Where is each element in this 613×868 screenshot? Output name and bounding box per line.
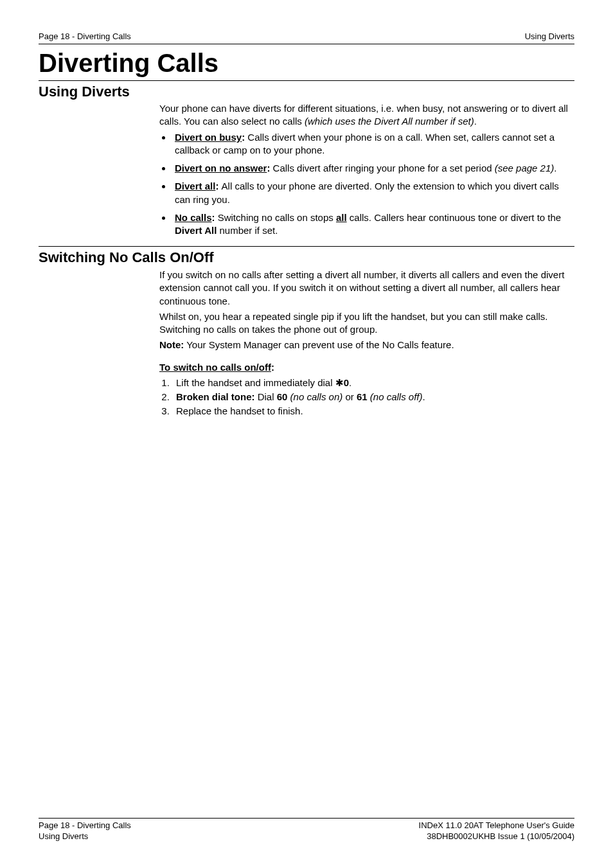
page-container: Page 18 - Diverting Calls Using Diverts … <box>0 0 613 868</box>
step-1: Lift the handset and immediately dial ✱0… <box>172 376 574 389</box>
step2-em1: (no calls on) <box>287 391 342 402</box>
step3-text: Replace the handset to finish. <box>176 405 303 416</box>
bullet-text-pre: Calls divert after ringing your phone fo… <box>273 163 495 173</box>
bullet-head: Divert all <box>175 181 215 191</box>
page-footer: Page 18 - Diverting Calls Using Diverts … <box>39 818 574 842</box>
section1-bullets: Divert on busy: Calls divert when your p… <box>172 131 574 238</box>
section1-intro: Your phone can have diverts for differen… <box>159 102 574 128</box>
bullet-divert-all: Divert all: All calls to your phone are … <box>172 180 574 206</box>
header-left: Page 18 - Diverting Calls <box>39 31 131 42</box>
step1-post: . <box>349 377 351 388</box>
star-icon: ✱ <box>335 377 344 388</box>
bullet-colon: : <box>267 163 272 173</box>
step1-b: 0 <box>344 377 349 388</box>
bullet-head: No calls <box>175 212 212 223</box>
step-3: Replace the handset to finish. <box>172 405 574 418</box>
footer-right: INDeX 11.0 20AT Telephone User's Guide 3… <box>419 820 574 842</box>
section1-intro-tail: . <box>474 116 477 127</box>
bullet-all-word: all <box>336 212 347 223</box>
section2-wrap: Switching No Calls On/Off If you switch … <box>39 246 574 418</box>
footer-left: Page 18 - Diverting Calls Using Diverts <box>39 820 131 842</box>
bullet-divert-on-busy: Divert on busy: Calls divert when your p… <box>172 131 574 157</box>
bullet-colon: : <box>242 132 247 143</box>
bullet-text-post: number if set. <box>217 225 278 236</box>
note-label: Note: <box>159 339 184 350</box>
note-text: Your System Manager can prevent use of t… <box>184 339 454 350</box>
bullet-head: Divert on no answer <box>175 163 267 173</box>
bullet-text-pre: Switching no calls on stops <box>218 212 336 223</box>
step2-post: . <box>423 391 425 402</box>
bullet-no-calls: No calls: Switching no calls on stops al… <box>172 211 574 238</box>
footer-left-line2: Using Diverts <box>39 831 131 842</box>
section1-intro-em: (which uses the Divert All number if set… <box>305 116 474 127</box>
section2-note: Note: Your System Manager can prevent us… <box>159 339 574 351</box>
step2-mid2: or <box>342 391 357 402</box>
footer-right-line1: INDeX 11.0 20AT Telephone User's Guide <box>419 820 574 831</box>
page-title: Diverting Calls <box>39 46 574 81</box>
step2-em2: (no calls off) <box>368 391 423 402</box>
bullet-colon: : <box>215 181 221 191</box>
section2-para1: If you switch on no calls after setting … <box>159 269 574 308</box>
bullet-text: All calls to your phone are diverted. On… <box>175 181 559 204</box>
section1-body: Your phone can have diverts for differen… <box>159 102 574 237</box>
procedure-heading-text: To switch no calls on/off <box>159 362 271 373</box>
footer-left-line1: Page 18 - Diverting Calls <box>39 820 131 831</box>
section2-para2: Whilst on, you hear a repeated single pi… <box>159 310 574 337</box>
step2-b1: Broken dial tone: <box>176 391 255 402</box>
section-heading-switching-no-calls: Switching No Calls On/Off <box>39 248 574 267</box>
procedure-heading-colon: : <box>271 362 274 373</box>
bullet-head: Divert on busy <box>175 132 242 143</box>
bullet-text-post: . <box>554 163 556 173</box>
footer-right-line2: 38DHB0002UKHB Issue 1 (10/05/2004) <box>419 831 574 842</box>
step1-pre: Lift the handset and immediately dial <box>176 377 335 388</box>
step2-b2: 60 <box>277 391 288 402</box>
page-header: Page 18 - Diverting Calls Using Diverts <box>39 31 574 44</box>
procedure-heading: To switch no calls on/off: <box>159 361 574 374</box>
step-2: Broken dial tone: Dial 60 (no calls on) … <box>172 391 574 403</box>
step2-mid1: Dial <box>255 391 277 402</box>
section2-body: If you switch on no calls after setting … <box>159 269 574 418</box>
bullet-text-em: (see page 21) <box>495 163 555 173</box>
bullet-divert-on-no-answer: Divert on no answer: Calls divert after … <box>172 162 574 175</box>
step2-b3: 61 <box>357 391 368 402</box>
procedure-steps: Lift the handset and immediately dial ✱0… <box>172 376 574 418</box>
bullet-text-mid: calls. Callers hear continuous tone or d… <box>347 212 562 223</box>
section-heading-using-diverts: Using Diverts <box>39 82 574 102</box>
bullet-colon: : <box>212 212 218 223</box>
bullet-divert-all-word: Divert All <box>175 225 217 236</box>
header-right: Using Diverts <box>525 31 574 42</box>
